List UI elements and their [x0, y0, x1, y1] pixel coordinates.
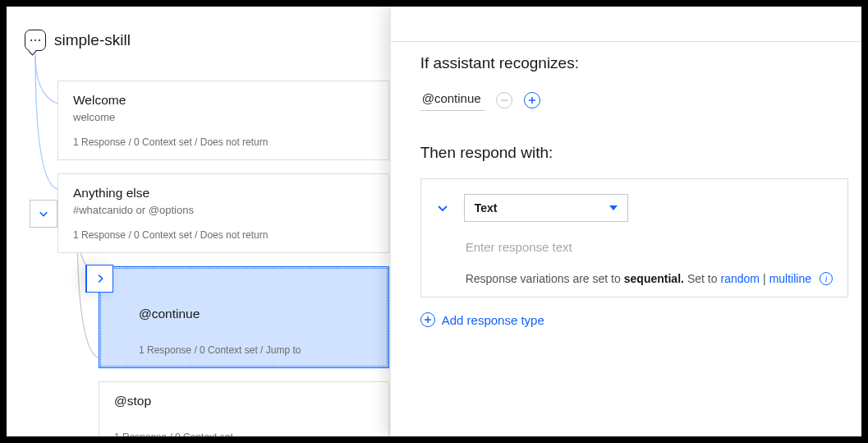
node-meta: 1 Response / 0 Context set / Does not re… [73, 136, 374, 148]
chevron-down-icon[interactable] [436, 201, 449, 215]
recognizes-heading: If assistant recognizes: [420, 54, 857, 72]
condition-input[interactable]: @continue [420, 89, 485, 111]
response-type-label: Text [475, 201, 498, 215]
tree-area: Welcome welcome 1 Response / 0 Context s… [7, 81, 389, 436]
node-meta: 1 Response / 0 Context set / Jump to [139, 344, 374, 356]
skill-header: simple-skill [7, 30, 389, 51]
condition-row: @continue [420, 89, 857, 111]
node-welcome[interactable]: Welcome welcome 1 Response / 0 Context s… [57, 81, 389, 160]
random-link[interactable]: random [721, 272, 760, 285]
caret-down-icon [609, 205, 618, 210]
app-frame: simple-skill Welcome welcome 1 Response … [7, 7, 861, 436]
node-title: Welcome [73, 93, 374, 108]
plus-icon [528, 96, 536, 104]
node-title: @continue [139, 307, 374, 321]
node-detail-panel: If assistant recognizes: @continue Then … [389, 7, 861, 436]
response-text-input[interactable]: Enter response text [466, 240, 833, 254]
respond-heading: Then respond with: [420, 144, 857, 162]
node-meta: 1 Response / 0 Context set / Does not re… [73, 229, 374, 241]
node-condition: welcome [73, 111, 374, 123]
chevron-right-icon [94, 273, 106, 284]
node-title: Anything else [73, 186, 374, 201]
expand-toggle[interactable] [85, 265, 113, 293]
divider [391, 41, 861, 42]
minus-icon [500, 96, 508, 104]
variations-setto: Set to [687, 272, 718, 285]
add-condition-button[interactable] [524, 92, 540, 108]
variations-prefix: Response variations are set to [466, 272, 621, 285]
info-icon[interactable]: i [820, 272, 833, 285]
node-anything-else[interactable]: Anything else #whatcanido or @options 1 … [57, 173, 389, 253]
chat-bubble-icon [25, 30, 46, 51]
remove-condition-button[interactable] [496, 92, 512, 108]
node-title: @stop [114, 394, 374, 408]
chevron-down-icon [38, 208, 49, 219]
response-block: Text Enter response text Response variat… [420, 178, 848, 298]
node-meta: 1 Response / 0 Context set [114, 431, 374, 436]
add-response-type-button[interactable]: Add response type [420, 312, 857, 327]
multiline-link[interactable]: multiline [769, 272, 811, 285]
node-condition: #whatcanido or @options [73, 204, 374, 216]
expand-toggle[interactable] [30, 200, 57, 228]
variations-note: Response variations are set to sequentia… [466, 272, 833, 285]
dialog-tree-panel: simple-skill Welcome welcome 1 Response … [7, 7, 389, 436]
skill-name: simple-skill [54, 31, 131, 49]
variations-mode: sequential. [624, 272, 684, 285]
pipe: | [763, 272, 766, 285]
plus-icon [420, 312, 435, 327]
node-stop[interactable]: @stop 1 Response / 0 Context set [99, 381, 389, 436]
response-type-select[interactable]: Text [464, 194, 628, 222]
node-continue[interactable]: @continue 1 Response / 0 Context set / J… [99, 266, 389, 368]
add-response-label: Add response type [442, 313, 544, 327]
